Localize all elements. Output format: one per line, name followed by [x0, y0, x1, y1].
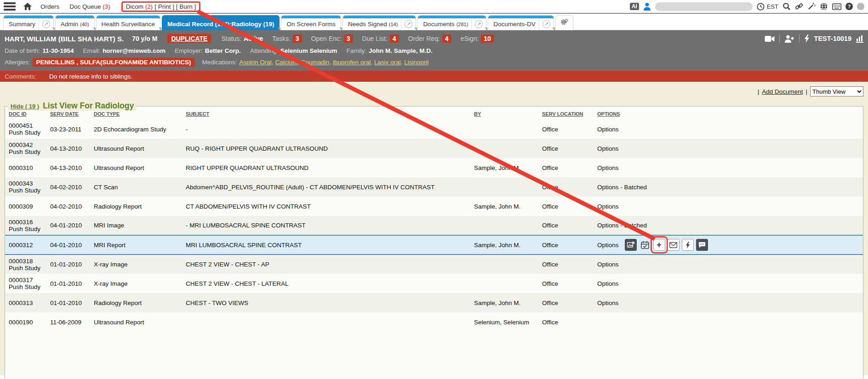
push-study-link[interactable]: Push Study — [9, 226, 43, 232]
table-row[interactable]: 0000313 01-01-2010 Radiology Report CHES… — [5, 293, 863, 312]
popout-icon[interactable]: ↗ — [471, 16, 486, 30]
wand-icon[interactable] — [807, 2, 816, 11]
table-row[interactable]: 0000316Push Study 04-01-2010 MRI Image -… — [5, 216, 863, 235]
tab-summary[interactable]: Summary ↗ — [4, 16, 53, 30]
video-camera-icon[interactable] — [765, 35, 775, 42]
options-link[interactable]: Options — [597, 203, 619, 210]
push-study-link[interactable]: Push Study — [9, 129, 43, 136]
doc-id-link[interactable]: 0000342 — [9, 141, 33, 148]
table-row[interactable]: 0000190 11-06-2009 Ultrasound Report Sel… — [5, 312, 863, 332]
doc-id-link[interactable]: 0000451 — [9, 122, 33, 129]
options-link[interactable]: Options — [597, 164, 619, 171]
doc-id-link[interactable]: 0000318 — [9, 258, 33, 265]
tab-settings-gear[interactable] — [556, 16, 573, 30]
pipe-right: | — [805, 88, 807, 95]
push-study-link[interactable]: Push Study — [9, 283, 43, 290]
nav-dicom-group[interactable]: Dicom (2) [ Print ] [ Burn ] — [121, 1, 200, 12]
tasks-count-badge[interactable]: 3 — [293, 34, 302, 43]
keyboard-icon[interactable] — [832, 3, 841, 10]
avatar[interactable] — [857, 3, 864, 10]
options-link[interactable]: Options — [597, 242, 619, 249]
table-row[interactable]: 0000451Push Study 03-23-2011 2D Echocard… — [5, 119, 863, 139]
nav-orders[interactable]: Orders — [40, 3, 59, 10]
column-header-by[interactable]: BY — [470, 107, 538, 119]
hamburger-menu-icon[interactable] — [4, 2, 16, 11]
dicom-print-button[interactable]: [ Print ] — [154, 3, 174, 10]
tab-admin[interactable]: Admin (40) — [56, 16, 94, 30]
add-icon[interactable]: + — [653, 239, 665, 251]
table-row[interactable]: 0000309 04-02-2010 Radiology Report CT A… — [5, 197, 863, 216]
doc-id-link[interactable]: 0000313 — [9, 300, 33, 306]
options-link[interactable]: Options — [597, 280, 619, 287]
doc-id-link[interactable]: 0000316 — [9, 219, 33, 226]
popout-icon[interactable]: ↗ — [39, 16, 53, 30]
options-link[interactable]: Options - Batched — [597, 184, 647, 191]
view-mode-select[interactable]: Thumb View — [810, 86, 863, 96]
duplicate-badge[interactable]: DUPLICATE — [167, 34, 211, 43]
medication-link[interactable]: Calcium — [275, 59, 297, 66]
push-study-link[interactable]: Push Study — [9, 148, 43, 155]
doc-id-link[interactable]: 0000343 — [9, 180, 33, 187]
options-link[interactable]: Options — [597, 300, 619, 306]
medication-link[interactable]: Coumadin — [301, 59, 330, 66]
globe-icon[interactable] — [820, 2, 828, 11]
ai-badge[interactable]: AI — [630, 3, 639, 10]
person-add-icon[interactable] — [784, 35, 794, 43]
tab-health-surveillance[interactable]: Health Surveillance — [97, 16, 160, 30]
table-row[interactable]: 0000317Push Study 01-01-2010 X-ray Image… — [5, 274, 863, 293]
export-image-icon[interactable] — [625, 239, 637, 251]
options-link[interactable]: Options — [597, 145, 619, 152]
tab-documents[interactable]: Documents (281) ↗ — [418, 16, 486, 30]
link-icon[interactable] — [795, 2, 803, 11]
allergies-badge[interactable]: PENICILLINS , SULFA(SULFONAMIDE ANTIBIOT… — [33, 58, 195, 67]
envelope-icon[interactable] — [668, 239, 680, 251]
esign-count-badge[interactable]: 10 — [481, 34, 494, 43]
due-list-count-badge[interactable]: 4 — [390, 34, 399, 43]
table-row[interactable]: 0000318Push Study 01-01-2010 X-ray Image… — [5, 255, 863, 274]
user-icon[interactable] — [643, 2, 651, 11]
push-study-link[interactable]: Push Study — [9, 187, 43, 194]
order-req-count-badge[interactable]: 4 — [442, 34, 451, 43]
tab-medical-record-174-radiology-19[interactable]: Medical Record (174):Radiology (19) — [162, 16, 280, 30]
push-study-link[interactable]: Push Study — [9, 265, 43, 272]
bar-chart-icon[interactable] — [856, 35, 863, 43]
column-header-subject[interactable]: SUBJECT — [182, 107, 470, 119]
table-row[interactable]: 0000310 04-13-2010 Ultrasound Report RIG… — [5, 158, 863, 177]
doc-id-link[interactable]: 0000312 — [9, 242, 33, 249]
medication-link[interactable]: ibuprofen oral — [333, 59, 371, 66]
calendar-check-icon[interactable] — [639, 239, 651, 251]
add-document-link[interactable]: Add Document — [762, 88, 803, 95]
table-row[interactable]: 0000342Push Study 04-13-2010 Ultrasound … — [5, 139, 863, 158]
column-header-options[interactable]: OPTIONS — [594, 107, 863, 119]
options-link[interactable]: Options — [597, 126, 619, 133]
search-icon[interactable] — [782, 2, 791, 11]
doc-id-link[interactable]: 0000310 — [9, 164, 33, 171]
email-value[interactable]: horner@mieweb.com — [103, 47, 166, 54]
tab-documents-dv[interactable]: Documents-DV ↗ — [488, 16, 554, 30]
open-enc-count-badge[interactable]: 3 — [344, 34, 353, 43]
comment-icon[interactable] — [696, 239, 708, 251]
doc-id-link[interactable]: 0000309 — [9, 203, 33, 210]
table-row[interactable]: 0000312 04-01-2010 MRI Report MRI LUMBOS… — [5, 235, 863, 255]
tab-needs-signed[interactable]: Needs Signed (14) ↗ — [343, 16, 416, 30]
column-header-serv-location[interactable]: SERV LOCATION — [538, 107, 594, 119]
help-icon[interactable]: ? — [845, 3, 853, 10]
dicom-burn-button[interactable]: [ Burn ] — [176, 3, 196, 10]
popout-icon[interactable]: ↗ — [539, 16, 554, 30]
doc-id-link[interactable]: 0000190 — [9, 319, 33, 326]
home-icon[interactable] — [23, 2, 32, 11]
hide-link[interactable]: Hide ( 19 ) — [11, 103, 39, 110]
medication-link[interactable]: Lisinopril — [404, 59, 428, 66]
popout-icon[interactable]: ↗ — [401, 16, 416, 30]
options-link[interactable]: Options - Batched — [597, 222, 647, 229]
table-row[interactable]: 0000343Push Study 04-02-2010 CT Scan Abd… — [5, 177, 863, 197]
bolt-action-icon[interactable] — [682, 239, 694, 251]
clock-icon[interactable] — [757, 3, 765, 11]
nav-doc-queue[interactable]: Doc Queue (3) — [69, 3, 110, 10]
doc-id-link[interactable]: 0000317 — [9, 277, 33, 283]
options-link[interactable]: Options — [597, 261, 619, 268]
tab-on-screen-forms[interactable]: On Screen Forms — [281, 16, 341, 30]
medication-link[interactable]: Aspirin Oral — [239, 59, 272, 66]
medication-link[interactable]: Lasix oral — [374, 59, 401, 66]
bolt-icon[interactable] — [804, 34, 810, 43]
